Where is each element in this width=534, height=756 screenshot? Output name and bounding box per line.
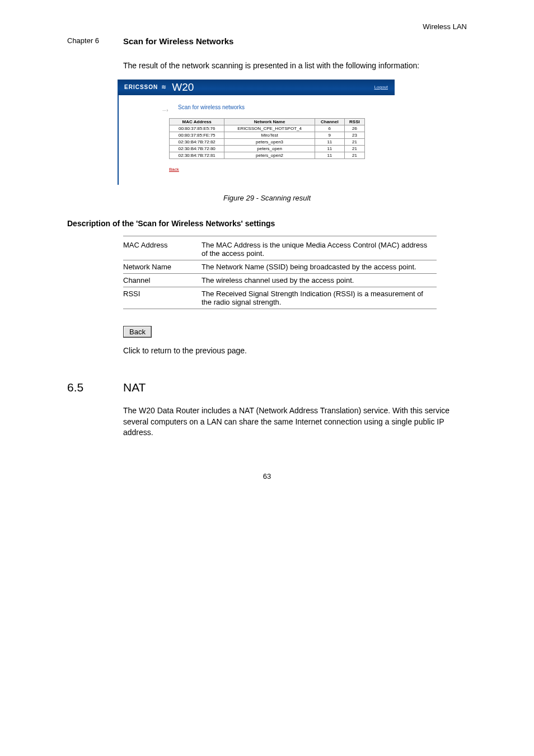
cell: 6 xyxy=(315,125,344,132)
desc-text: The Network Name (SSID) being broadcaste… xyxy=(202,260,437,273)
nat-paragraph: The W20 Data Router includes a NAT (Netw… xyxy=(123,405,467,438)
intro-paragraph: The result of the network scanning is pr… xyxy=(123,60,467,72)
table-row: 00:80:37:85:FE:75MiroTest923 xyxy=(170,132,365,138)
divider xyxy=(123,309,437,309)
desc-text: The Received Signal Strength Indication … xyxy=(202,287,437,309)
desc-section-title: Description of the 'Scan for Wireless Ne… xyxy=(67,219,467,228)
table-row: 02:30:B4:7B:72:82peters_open31121 xyxy=(170,138,365,145)
back-button[interactable]: Back xyxy=(123,326,152,338)
desc-label: MAC Address xyxy=(123,239,202,260)
desc-row: RSSIThe Received Signal Strength Indicat… xyxy=(123,287,437,309)
table-header-row: MAC Address Network Name Channel RSSI xyxy=(170,118,365,125)
cell: 11 xyxy=(315,152,344,158)
cell: 11 xyxy=(315,138,344,145)
figure-caption: Figure 29 - Scanning result xyxy=(67,194,467,202)
desc-label: RSSI xyxy=(123,287,202,309)
cell: 00:80:37:85:FE:75 xyxy=(170,132,224,138)
cell: 23 xyxy=(344,132,364,138)
scan-results-table: MAC Address Network Name Channel RSSI 00… xyxy=(169,118,365,159)
chapter-title: Scan for Wireless Networks xyxy=(123,36,467,46)
ericsson-stripes-icon: ≋ xyxy=(161,84,166,90)
chapter-number: Chapter 6 xyxy=(67,36,123,45)
screenshot-page-title: Scan for wireless networks xyxy=(178,104,385,110)
cell: MiroTest xyxy=(224,132,315,138)
desc-row: ChannelThe wireless channel used by the … xyxy=(123,273,437,287)
back-link[interactable]: Back xyxy=(169,167,179,172)
section-title: NAT xyxy=(123,381,467,394)
cell: 21 xyxy=(344,145,364,152)
brand-text: ERICSSON xyxy=(124,84,158,90)
cell: 02:30:B4:7B:72:81 xyxy=(170,152,224,158)
col-name: Network Name xyxy=(224,118,315,125)
cell: 00:80:37:85:E5:76 xyxy=(170,125,224,132)
breadcrumb-arrow-icon: ···› xyxy=(162,108,168,113)
table-row: 00:80:37:85:E5:76ERICSSON_CPE_HOTSPOT_46… xyxy=(170,125,365,132)
desc-text: The MAC Address is the unique Media Acce… xyxy=(202,239,437,260)
cell: peters_open xyxy=(224,145,315,152)
col-channel: Channel xyxy=(315,118,344,125)
cell: peters_open3 xyxy=(224,138,315,145)
col-mac: MAC Address xyxy=(170,118,224,125)
desc-label: Channel xyxy=(123,273,202,287)
cell: 21 xyxy=(344,138,364,145)
page-number: 63 xyxy=(67,472,467,480)
col-rssi: RSSI xyxy=(344,118,364,125)
cell: ERICSSON_CPE_HOTSPOT_4 xyxy=(224,125,315,132)
table-row: 02:30:B4:7B:72:81peters_open21121 xyxy=(170,152,365,158)
cell: peters_open2 xyxy=(224,152,315,158)
description-table: MAC AddressThe MAC Address is the unique… xyxy=(123,239,437,309)
cell: 02:30:B4:7B:72:80 xyxy=(170,145,224,152)
divider xyxy=(123,236,437,236)
desc-text: The wireless channel used by the access … xyxy=(202,273,437,287)
cell: 02:30:B4:7B:72:82 xyxy=(170,138,224,145)
model-text: W20 xyxy=(172,82,194,92)
section-label: Wireless LAN xyxy=(67,22,467,31)
desc-row: Network NameThe Network Name (SSID) bein… xyxy=(123,260,437,273)
router-screenshot: ERICSSON ≋ W20 Logout ···› Scan for wire… xyxy=(118,80,395,185)
desc-label: Network Name xyxy=(123,260,202,273)
table-row: 02:30:B4:7B:72:80peters_open1121 xyxy=(170,145,365,152)
cell: 9 xyxy=(315,132,344,138)
cell: 11 xyxy=(315,145,344,152)
logout-link[interactable]: Logout xyxy=(374,85,388,90)
back-text: Click to return to the previous page. xyxy=(123,346,467,357)
screenshot-header: ERICSSON ≋ W20 Logout xyxy=(118,80,395,95)
desc-row: MAC AddressThe MAC Address is the unique… xyxy=(123,239,437,260)
cell: 21 xyxy=(344,152,364,158)
cell: 26 xyxy=(344,125,364,132)
